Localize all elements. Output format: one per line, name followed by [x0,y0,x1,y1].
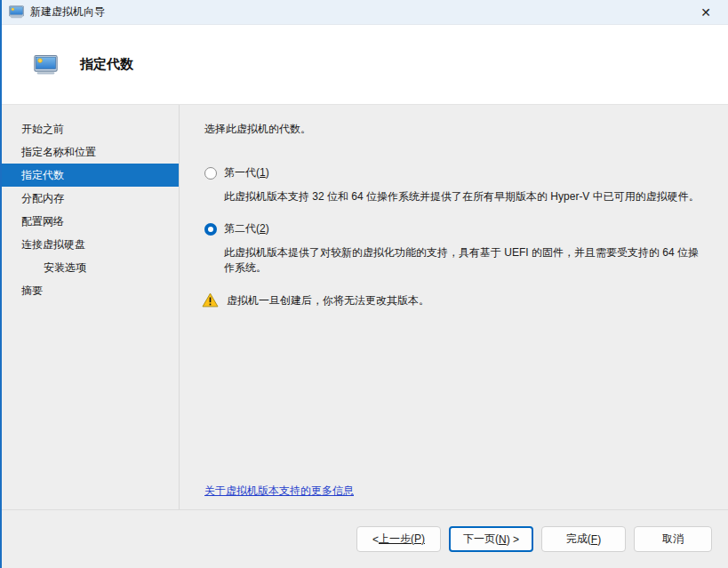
previous-button[interactable]: < 上一步(P) [356,526,441,552]
sidebar-item-assign-memory[interactable]: 分配内存 [2,187,179,210]
finish-button[interactable]: 完成(F) [541,526,626,552]
wizard-header: 指定代数 [2,25,728,105]
new-vm-wizard-window: 新建虚拟机向导 ✕ 指定代数 开始之前 指定名称和位置 指定代数 分配内存 配置… [0,0,728,568]
generation1-radio-label[interactable]: 第一代(1) [224,165,269,180]
label-text: ) > [507,533,519,546]
wizard-steps-sidebar: 开始之前 指定名称和位置 指定代数 分配内存 配置网络 连接虚拟硬盘 安装选项 … [2,105,180,509]
window-title: 新建虚拟机向导 [30,4,105,20]
generation1-radio-row[interactable]: 第一代(1) [204,165,701,180]
sidebar-item-installation-options[interactable]: 安装选项 [2,256,179,279]
main-pane: 选择此虚拟机的代数。 第一代(1) 此虚拟机版本支持 32 位和 64 位操作系… [180,105,728,509]
generation-prompt: 选择此虚拟机的代数。 [204,122,701,137]
access-key: N [499,533,507,546]
label-text: ) [266,222,269,235]
label-text: ) [597,533,601,546]
sidebar-item-connect-virtual-hard-disk[interactable]: 连接虚拟硬盘 [2,233,179,256]
radio-unchecked-icon[interactable] [204,167,217,180]
sidebar-item-before-you-begin[interactable]: 开始之前 [2,117,179,140]
warning-text: 虚拟机一旦创建后，你将无法更改其版本。 [227,293,429,308]
vm-monitor-icon [34,55,58,75]
access-key: F [591,533,597,546]
access-key: 2 [260,222,266,235]
close-icon[interactable]: ✕ [691,2,721,23]
label-text: 下一页( [463,532,499,547]
next-button[interactable]: 下一页(N) > [449,526,533,552]
label-text: 第二代( [224,222,260,235]
vm-monitor-icon [9,5,24,19]
access-key: 上一步(P) [379,532,425,547]
label-text: ) [266,166,269,179]
radio-checked-icon[interactable] [204,223,217,236]
warning-triangle-icon [202,292,219,308]
generation-warning: 虚拟机一旦创建后，你将无法更改其版本。 [204,293,701,308]
sidebar-item-configure-networking[interactable]: 配置网络 [2,210,179,233]
label-text: < [372,533,379,546]
sidebar-item-specify-generation[interactable]: 指定代数 [2,164,179,187]
generation2-description: 此虚拟机版本提供了对较新的虚拟化功能的支持，具有基于 UEFI 的固件，并且需要… [224,245,701,276]
access-key: 1 [260,166,266,179]
generation2-radio-row[interactable]: 第二代(2) [204,221,701,236]
sidebar-item-name-and-location[interactable]: 指定名称和位置 [2,140,179,164]
content-area: 开始之前 指定名称和位置 指定代数 分配内存 配置网络 连接虚拟硬盘 安装选项 … [2,105,728,509]
page-title: 指定代数 [80,56,133,73]
label-text: 第一代( [224,166,260,179]
title-bar: 新建虚拟机向导 ✕ [2,0,728,25]
sidebar-item-summary[interactable]: 摘要 [2,279,179,302]
wizard-footer: < 上一步(P) 下一页(N) > 完成(F) 取消 [2,509,728,568]
cancel-button[interactable]: 取消 [634,526,712,552]
generation2-radio-label[interactable]: 第二代(2) [224,221,269,236]
generation1-description: 此虚拟机版本支持 32 位和 64 位操作系统并提供了在所有早期版本的 Hype… [224,189,701,204]
generation-support-help-link[interactable]: 关于虚拟机版本支持的更多信息 [204,484,354,499]
label-text: 完成( [566,532,591,547]
